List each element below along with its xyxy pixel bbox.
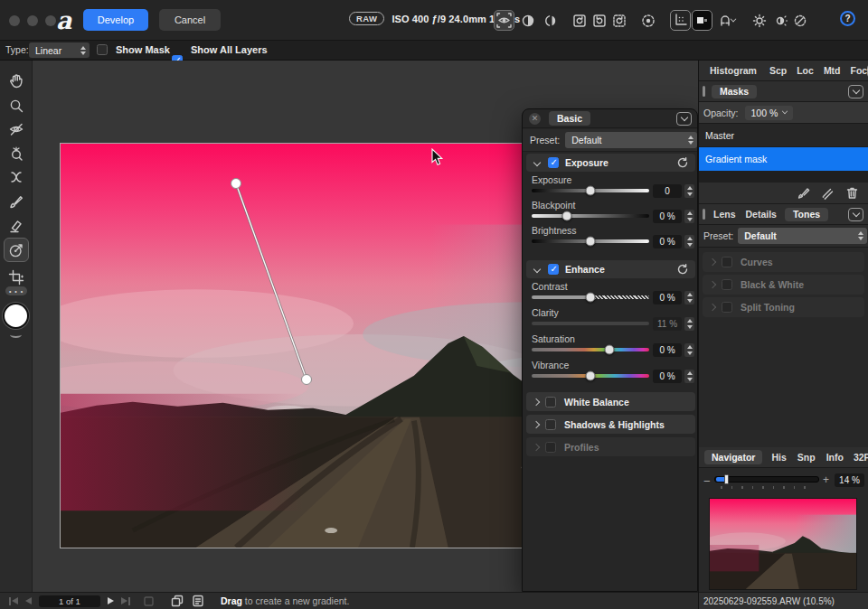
exposure-slider-thumb[interactable] [586, 186, 596, 196]
overlay-warning-icon[interactable] [789, 10, 810, 31]
enhance-checkbox[interactable] [548, 264, 559, 275]
tab-tones[interactable]: Tones [785, 208, 828, 221]
gradient-start-handle[interactable] [231, 179, 241, 189]
vibrance-value[interactable]: 0 % [653, 370, 682, 383]
blackpoint-slider-thumb[interactable] [562, 211, 572, 221]
tab-history[interactable]: His [771, 452, 786, 463]
white-balance-section[interactable]: White Balance [526, 392, 695, 411]
basic-panel-tab[interactable]: Basic [549, 111, 590, 126]
white-balance-checkbox[interactable] [545, 397, 556, 408]
saturation-slider[interactable] [532, 348, 649, 351]
blackpoint-stepper[interactable] [684, 210, 694, 223]
opacity-select[interactable]: 100 % [745, 106, 794, 120]
tab-masks[interactable]: Masks [712, 85, 757, 98]
brightness-slider-thumb[interactable] [586, 237, 596, 247]
single-view-icon[interactable] [494, 10, 514, 31]
mask-item-gradient[interactable]: Gradient mask [699, 147, 868, 171]
overlay-color-swatch[interactable] [3, 303, 29, 329]
more-tools-button[interactable]: • • • [5, 286, 27, 295]
exposure-slider[interactable] [532, 189, 649, 192]
contrast-slider-thumb[interactable] [586, 293, 596, 303]
adjust-tabs-collapse-button[interactable] [848, 208, 863, 221]
brightness-slider[interactable] [532, 239, 649, 243]
window-minimize-button[interactable] [27, 15, 38, 26]
gradient-end-handle[interactable] [302, 375, 312, 385]
overlay-paint-tool[interactable] [0, 190, 33, 213]
vibrance-slider[interactable] [532, 374, 649, 378]
tones-preset-select[interactable]: Default [738, 228, 867, 244]
overlay-gradient-tool[interactable] [4, 238, 29, 262]
basic-panel-collapse-button[interactable] [676, 112, 692, 126]
exposure-section-header[interactable]: Exposure [526, 154, 695, 172]
tab-navigator[interactable]: Navigator [704, 450, 762, 464]
delete-mask-icon[interactable] [845, 186, 859, 200]
zoom-out-button[interactable]: − [703, 474, 711, 488]
zoom-slider[interactable] [714, 476, 819, 483]
blemish-removal-tool[interactable] [0, 142, 33, 165]
view-hand-tool[interactable] [0, 70, 33, 93]
vibrance-stepper[interactable] [684, 370, 694, 383]
zoom-in-button[interactable]: + [823, 473, 829, 486]
tab-details[interactable]: Details [746, 209, 777, 220]
tab-32bit-preview[interactable]: 32P [854, 452, 868, 463]
tab-snapshots[interactable]: Snp [797, 452, 816, 463]
feather-gradient-icon[interactable] [821, 186, 835, 200]
contrast-slider[interactable] [532, 295, 649, 299]
duplicate-icon[interactable] [171, 595, 184, 607]
window-close-button[interactable] [9, 15, 20, 26]
vibrance-slider-thumb[interactable] [586, 371, 596, 381]
enhance-section-header[interactable]: Enhance [526, 260, 695, 278]
help-button[interactable]: ? [840, 11, 855, 26]
patch-tool[interactable] [0, 165, 33, 189]
enhance-reset-icon[interactable] [676, 263, 689, 276]
exposure-value[interactable]: 0 [653, 184, 682, 198]
saturation-slider-thumb[interactable] [604, 345, 614, 355]
saturation-stepper[interactable] [684, 343, 694, 357]
zoom-tool[interactable] [0, 94, 33, 117]
grid-toggle-icon[interactable] [670, 10, 691, 31]
paint-mask-brush-icon[interactable] [797, 186, 810, 200]
shadows-highlights-section[interactable]: Shadows & Highlights [526, 415, 695, 434]
overlay-erase-tool[interactable] [0, 214, 33, 238]
basic-panel-header[interactable]: ✕ Basic [523, 109, 697, 128]
close-panel-icon[interactable]: ✕ [529, 113, 541, 125]
assistant-gear-icon[interactable] [637, 10, 658, 31]
brightness-value[interactable]: 0 % [653, 235, 682, 248]
tab-location[interactable]: Loc [797, 65, 814, 76]
masks-collapse-button[interactable] [848, 85, 863, 98]
lighting-icon[interactable] [749, 10, 769, 31]
exposure-stepper[interactable] [684, 184, 694, 198]
brightness-stepper[interactable] [684, 235, 694, 248]
next-image-button[interactable] [108, 597, 114, 604]
show-mask-checkbox[interactable] [97, 44, 108, 55]
tab-metadata[interactable]: Mtd [824, 65, 841, 76]
tab-focus[interactable]: Foc [851, 65, 868, 76]
contrast-stepper[interactable] [684, 291, 694, 304]
blackpoint-slider[interactable] [532, 214, 649, 218]
contrast-value[interactable]: 0 % [653, 291, 682, 304]
split-view-icon[interactable] [517, 10, 538, 31]
cancel-button[interactable]: Cancel [159, 9, 221, 31]
gradient-type-select[interactable]: Linear [29, 42, 90, 58]
rotate-reset-icon[interactable] [609, 10, 629, 31]
mirror-view-icon[interactable] [540, 10, 561, 31]
tab-lens[interactable]: Lens [713, 209, 736, 220]
saturation-value[interactable]: 0 % [653, 343, 682, 357]
shadows-highlights-checkbox[interactable] [545, 419, 556, 430]
tab-histogram[interactable]: Histogram [710, 65, 757, 76]
zoom-slider-thumb[interactable] [724, 474, 729, 484]
develop-button[interactable]: Develop [83, 9, 148, 31]
basic-preset-select[interactable]: Default [565, 132, 697, 148]
exposure-reset-icon[interactable] [676, 156, 689, 169]
clarity-stepper[interactable] [684, 317, 694, 331]
tab-scope[interactable]: Scp [769, 65, 787, 76]
tab-info[interactable]: Info [826, 452, 844, 463]
shadow-clip-icon[interactable] [769, 10, 790, 31]
red-eye-removal-tool[interactable] [0, 117, 33, 141]
mask-item-master[interactable]: Master [699, 124, 868, 147]
zoom-value[interactable]: 14 % [835, 473, 864, 487]
window-zoom-button[interactable] [45, 15, 56, 26]
rotate-counterclockwise-icon[interactable] [569, 10, 590, 31]
blackpoint-value[interactable]: 0 % [653, 210, 682, 223]
clipped-view-toggle-icon[interactable] [692, 10, 712, 31]
